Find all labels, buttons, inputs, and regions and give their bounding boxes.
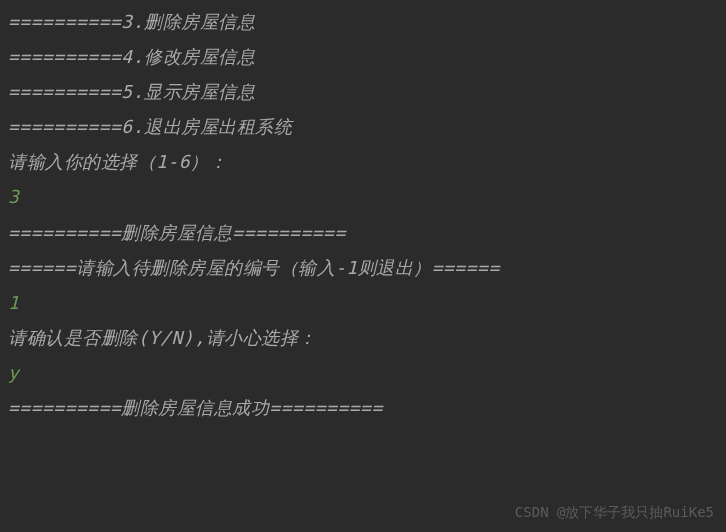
menu-item-5: ==========5.显示房屋信息 <box>8 74 718 109</box>
watermark: CSDN @放下华子我只抽RuiKe5 <box>515 499 714 526</box>
user-input-id[interactable]: 1 <box>8 285 718 320</box>
header-delete: ==========删除房屋信息========== <box>8 215 718 250</box>
prompt-confirm: 请确认是否删除(Y/N),请小心选择： <box>8 320 718 355</box>
user-input-confirm[interactable]: y <box>8 355 718 390</box>
menu-item-3: ==========3.删除房屋信息 <box>8 4 718 39</box>
user-input-choice[interactable]: 3 <box>8 179 718 214</box>
prompt-choice: 请输入你的选择（1-6）： <box>8 144 718 179</box>
menu-item-6: ==========6.退出房屋出租系统 <box>8 109 718 144</box>
result-success: ==========删除房屋信息成功========== <box>8 390 718 425</box>
menu-item-4: ==========4.修改房屋信息 <box>8 39 718 74</box>
prompt-id: ======请输入待删除房屋的编号（输入-1则退出）====== <box>8 250 718 285</box>
